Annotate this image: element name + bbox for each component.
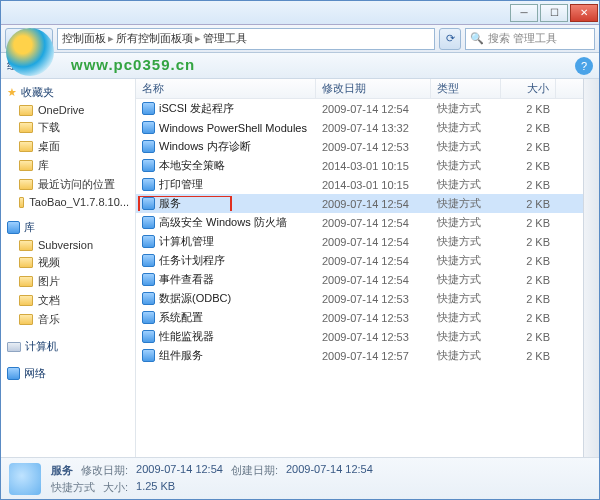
search-input[interactable]: 🔍 搜索 管理工具 [465, 28, 595, 50]
file-name: 数据源(ODBC) [159, 291, 231, 306]
nav-libraries-header[interactable]: 库 [1, 218, 135, 237]
shortcut-icon [142, 330, 155, 343]
file-row[interactable]: 本地安全策略2014-03-01 10:15快捷方式2 KB [136, 156, 583, 175]
col-size[interactable]: 大小 [501, 79, 556, 98]
nav-item[interactable]: 视频 [1, 253, 135, 272]
computer-icon [7, 342, 21, 352]
vertical-scrollbar[interactable] [583, 79, 599, 457]
file-row[interactable]: iSCSI 发起程序2009-07-14 12:54快捷方式2 KB [136, 99, 583, 118]
file-date: 2009-07-14 12:54 [316, 198, 431, 210]
file-row[interactable]: 系统配置2009-07-14 12:53快捷方式2 KB [136, 308, 583, 327]
nav-item[interactable]: 库 [1, 156, 135, 175]
nav-computer-header[interactable]: 计算机 [1, 337, 135, 356]
nav-item[interactable]: 音乐 [1, 310, 135, 329]
shortcut-icon [142, 311, 155, 324]
file-row[interactable]: Windows PowerShell Modules2009-07-14 13:… [136, 118, 583, 137]
file-size: 2 KB [501, 122, 556, 134]
file-row[interactable]: 任务计划程序2009-07-14 12:54快捷方式2 KB [136, 251, 583, 270]
breadcrumb-item[interactable]: 管理工具 [203, 31, 247, 46]
watermark-text: www.pc0359.cn [71, 56, 195, 73]
nav-item[interactable]: 最近访问的位置 [1, 175, 135, 194]
nav-item[interactable]: OneDrive [1, 102, 135, 118]
file-date: 2009-07-14 12:53 [316, 141, 431, 153]
details-icon [9, 463, 41, 495]
file-name: 事件查看器 [159, 272, 214, 287]
shortcut-icon [142, 140, 155, 153]
nav-favorites-header[interactable]: ★收藏夹 [1, 83, 135, 102]
shortcut-icon [142, 273, 155, 286]
details-mod-value: 2009-07-14 12:54 [136, 463, 223, 478]
network-icon [7, 367, 20, 380]
file-row[interactable]: Windows 内存诊断2009-07-14 12:53快捷方式2 KB [136, 137, 583, 156]
file-type: 快捷方式 [431, 348, 501, 363]
file-type: 快捷方式 [431, 272, 501, 287]
help-button[interactable]: ? [575, 57, 593, 75]
shortcut-icon [142, 216, 155, 229]
file-row[interactable]: 组件服务2009-07-14 12:57快捷方式2 KB [136, 346, 583, 365]
nav-item[interactable]: 文档 [1, 291, 135, 310]
file-name: iSCSI 发起程序 [159, 101, 234, 116]
file-name: Windows PowerShell Modules [159, 122, 307, 134]
file-row[interactable]: 服务2009-07-14 12:54快捷方式2 KB [136, 194, 583, 213]
nav-item[interactable]: 桌面 [1, 137, 135, 156]
shortcut-icon [142, 159, 155, 172]
file-row[interactable]: 事件查看器2009-07-14 12:54快捷方式2 KB [136, 270, 583, 289]
file-row[interactable]: 数据源(ODBC)2009-07-14 12:53快捷方式2 KB [136, 289, 583, 308]
file-date: 2009-07-14 12:53 [316, 293, 431, 305]
col-name[interactable]: 名称 [136, 79, 316, 98]
mus-icon [19, 314, 33, 325]
file-type: 快捷方式 [431, 291, 501, 306]
library-icon [7, 221, 20, 234]
back-button[interactable]: ◀ [5, 28, 27, 50]
col-type[interactable]: 类型 [431, 79, 501, 98]
lib-icon [19, 160, 33, 171]
file-date: 2009-07-14 12:54 [316, 236, 431, 248]
file-size: 2 KB [501, 274, 556, 286]
file-date: 2009-07-14 13:32 [316, 122, 431, 134]
file-name: 系统配置 [159, 310, 203, 325]
details-mod-label: 修改日期: [81, 463, 128, 478]
nav-network-header[interactable]: 网络 [1, 364, 135, 383]
minimize-button[interactable]: ─ [510, 4, 538, 22]
star-icon: ★ [7, 86, 17, 99]
close-button[interactable]: ✕ [570, 4, 598, 22]
file-size: 2 KB [501, 103, 556, 115]
nav-item[interactable]: TaoBao_V1.7.8.10... [1, 194, 135, 210]
organize-menu[interactable]: 组织 ▾ [7, 58, 38, 73]
refresh-button[interactable]: ⟳ [439, 28, 461, 50]
vid-icon [19, 257, 33, 268]
file-row[interactable]: 高级安全 Windows 防火墙2009-07-14 12:54快捷方式2 KB [136, 213, 583, 232]
file-type: 快捷方式 [431, 253, 501, 268]
nav-item[interactable]: 图片 [1, 272, 135, 291]
file-size: 2 KB [501, 217, 556, 229]
svn-icon [19, 240, 33, 251]
breadcrumb-item[interactable]: 所有控制面板项 [116, 31, 193, 46]
nav-item[interactable]: 下载 [1, 118, 135, 137]
file-size: 2 KB [501, 179, 556, 191]
file-row[interactable]: 性能监视器2009-07-14 12:53快捷方式2 KB [136, 327, 583, 346]
maximize-button[interactable]: ☐ [540, 4, 568, 22]
breadcrumb-sep-icon: ▸ [108, 32, 114, 45]
file-date: 2009-07-14 12:53 [316, 331, 431, 343]
file-date: 2009-07-14 12:54 [316, 217, 431, 229]
address-bar: ◀ ▶ 控制面板 ▸ 所有控制面板项 ▸ 管理工具 ⟳ 🔍 搜索 管理工具 [1, 25, 599, 53]
file-name: 性能监视器 [159, 329, 214, 344]
file-date: 2014-03-01 10:15 [316, 160, 431, 172]
file-size: 2 KB [501, 331, 556, 343]
nav-item[interactable]: Subversion [1, 237, 135, 253]
file-row[interactable]: 打印管理2014-03-01 10:15快捷方式2 KB [136, 175, 583, 194]
file-size: 2 KB [501, 198, 556, 210]
col-date[interactable]: 修改日期 [316, 79, 431, 98]
search-placeholder: 搜索 管理工具 [488, 31, 557, 46]
file-type: 快捷方式 [431, 177, 501, 192]
file-type: 快捷方式 [431, 196, 501, 211]
breadcrumb[interactable]: 控制面板 ▸ 所有控制面板项 ▸ 管理工具 [57, 28, 435, 50]
breadcrumb-item[interactable]: 控制面板 [62, 31, 106, 46]
file-row[interactable]: 计算机管理2009-07-14 12:54快捷方式2 KB [136, 232, 583, 251]
search-icon: 🔍 [470, 32, 484, 45]
forward-button[interactable]: ▶ [31, 28, 53, 50]
details-size-value: 1.25 KB [136, 480, 175, 495]
file-size: 2 KB [501, 312, 556, 324]
details-size-label: 大小: [103, 480, 128, 495]
file-list: 名称 修改日期 类型 大小 iSCSI 发起程序2009-07-14 12:54… [136, 79, 583, 457]
